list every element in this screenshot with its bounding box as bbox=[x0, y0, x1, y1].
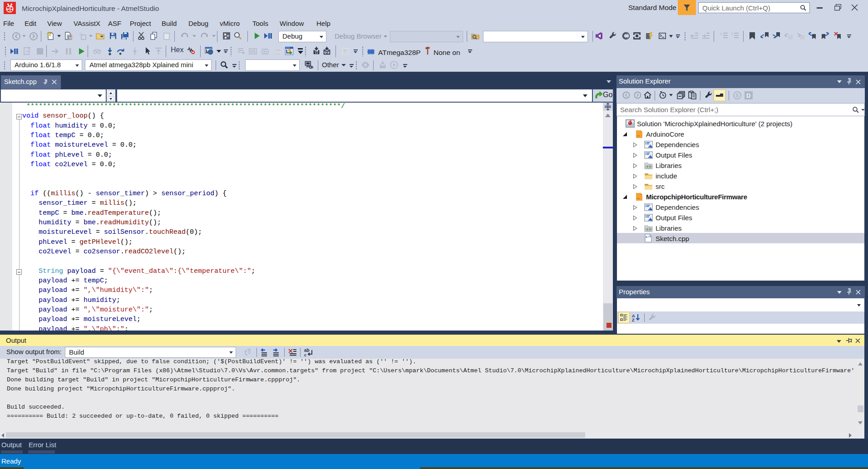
svg-text:1: 1 bbox=[720, 32, 722, 36]
svg-text:D: D bbox=[746, 92, 750, 99]
svg-text:ab: ab bbox=[304, 348, 310, 353]
svg-text:Z: Z bbox=[632, 318, 635, 322]
svg-text:++: ++ bbox=[648, 235, 651, 238]
svg-text:0X: 0X bbox=[250, 49, 256, 54]
svg-text:2: 2 bbox=[731, 32, 733, 36]
svg-text:S: S bbox=[735, 93, 739, 98]
svg-text:c: c bbox=[304, 353, 306, 357]
